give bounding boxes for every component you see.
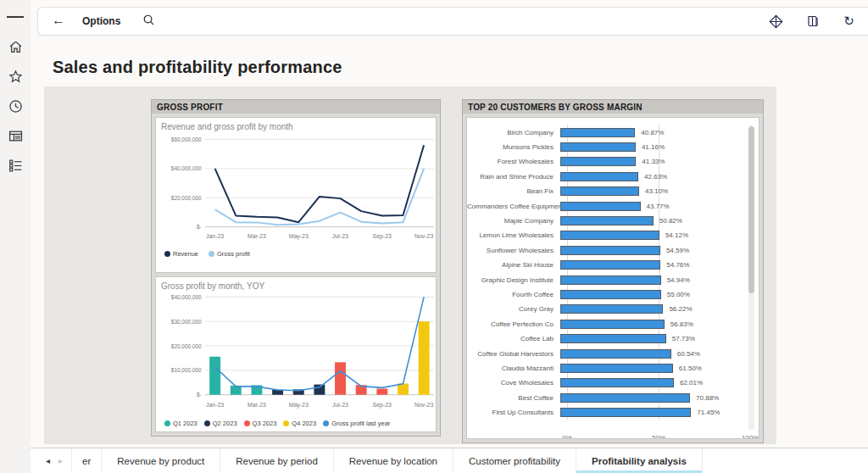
bar[interactable] <box>560 157 636 166</box>
value-label: 54.12% <box>659 231 688 239</box>
bar-row: Rain and Shine Produce42.63% <box>467 170 759 183</box>
bar[interactable] <box>560 349 671 359</box>
tab-profitability-analysis[interactable]: Profitability analysis <box>576 448 703 473</box>
revenue-gross-profit-chart-card: Revenue and gross profit by month $60,00… <box>155 117 437 273</box>
report-icon[interactable] <box>7 127 24 144</box>
panel-gross-profit: GROSS PROFIT Revenue and gross profit by… <box>151 99 441 437</box>
bar-track: 71.45% <box>560 406 743 420</box>
category-label: Coffee Perfection Co <box>467 320 560 328</box>
home-icon[interactable] <box>7 38 24 55</box>
bar-row: Claudia Mazzanti61.50% <box>467 362 759 376</box>
bar-row: Fourth Coffee55.00% <box>467 287 759 301</box>
bar[interactable] <box>560 304 663 314</box>
bar[interactable] <box>560 186 639 196</box>
legend-label: Gross profit last year <box>331 420 390 427</box>
category-label: Cove Wholesales <box>467 379 560 387</box>
value-label: 56.22% <box>663 305 692 313</box>
legend-label: Q2 2023 <box>213 420 237 427</box>
bar-rows: Birch Company40.87%Munsons Pickles41.16%… <box>467 125 759 420</box>
menu-icon[interactable] <box>7 8 24 25</box>
bar[interactable] <box>560 142 636 152</box>
chart-legend: Q1 2023Q2 2023Q3 2023Q4 2023Gross profit… <box>164 420 431 427</box>
legend-item[interactable]: Q2 2023 <box>204 420 237 427</box>
tab-nav: ◂ ▸ <box>31 448 71 473</box>
bar[interactable] <box>560 246 660 255</box>
bar-track: 42.63% <box>560 170 743 183</box>
legend-dot <box>164 420 170 426</box>
grid-diamond-icon[interactable] <box>769 14 783 29</box>
bar[interactable] <box>560 408 691 417</box>
legend-item[interactable]: Revenue <box>164 250 198 258</box>
legend-label: Q4 2023 <box>292 420 316 427</box>
legend-label: Q3 2023 <box>253 420 277 427</box>
bar[interactable] <box>560 290 661 299</box>
bar[interactable] <box>560 231 659 240</box>
tab-revenue-by-product[interactable]: Revenue by product <box>102 448 220 473</box>
bar[interactable] <box>560 128 635 137</box>
bar[interactable] <box>560 393 690 403</box>
report-canvas: GROSS PROFIT Revenue and gross profit by… <box>44 86 776 444</box>
scrollbar[interactable] <box>748 126 754 430</box>
bar-row: Sunflower Wholesales54.59% <box>467 243 759 257</box>
legend-label: Revenue <box>173 250 198 258</box>
history-icon[interactable] <box>7 97 24 114</box>
prev-tab-icon[interactable]: ◂ <box>46 456 50 465</box>
bar-track: 70.88% <box>560 391 743 404</box>
value-label: 42.63% <box>638 173 667 181</box>
tab-customer-profitability[interactable]: Customer profitability <box>453 448 576 473</box>
legend-item[interactable]: Q3 2023 <box>244 420 277 427</box>
bar-track: 41.16% <box>560 140 743 153</box>
bar[interactable] <box>560 202 641 211</box>
svg-text:Jul-23: Jul-23 <box>332 402 348 408</box>
tab-revenue-by-period[interactable]: Revenue by period <box>220 448 334 473</box>
top20-bar-chart[interactable]: Birch Company40.87%Munsons Pickles41.16%… <box>466 117 760 439</box>
category-label: First Up Consultants <box>467 409 560 416</box>
svg-text:$-: $- <box>197 392 202 398</box>
back-arrow-icon[interactable]: ← <box>38 13 69 30</box>
legend-item[interactable]: Q4 2023 <box>283 420 316 427</box>
scrollbar-thumb[interactable] <box>748 126 754 293</box>
revenue-line-chart[interactable]: $60,000,000$40,000,000$20,000,000$-Jan-2… <box>161 132 437 246</box>
bar[interactable] <box>560 364 673 373</box>
options-button[interactable]: Options <box>82 15 120 27</box>
bar-row: Forest Wholesales41.33% <box>467 155 759 169</box>
svg-text:$60,000,000: $60,000,000 <box>171 136 202 142</box>
value-label: 43.77% <box>641 203 670 210</box>
panel-body: Birch Company40.87%Munsons Pickles41.16%… <box>462 114 764 443</box>
legend-item[interactable]: Gross profit last year <box>323 420 390 427</box>
book-icon[interactable] <box>805 14 820 29</box>
bar[interactable] <box>560 334 666 343</box>
next-tab-icon[interactable]: ▸ <box>58 456 63 465</box>
bar-track: 50.82% <box>560 214 743 227</box>
gross-profit-yoy-combo-chart[interactable]: $40,000,000$30,000,000$20,000,000$10,000… <box>161 292 437 415</box>
legend-item[interactable]: Gross profit <box>209 250 250 258</box>
left-sidebar <box>0 0 31 473</box>
tab-truncated[interactable]: er <box>71 448 102 473</box>
bar[interactable] <box>560 216 654 225</box>
value-label: 50.82% <box>654 217 682 225</box>
svg-text:$-: $- <box>197 224 202 230</box>
svg-text:Jan-23: Jan-23 <box>206 402 224 408</box>
bar-track: 56.83% <box>560 317 743 331</box>
bar[interactable] <box>560 378 674 387</box>
value-label: 55.00% <box>661 291 690 298</box>
value-label: 40.87% <box>635 129 664 136</box>
tasks-icon[interactable] <box>7 157 24 174</box>
refresh-icon[interactable]: ↻ <box>842 14 856 29</box>
value-label: 54.76% <box>660 261 689 269</box>
bar[interactable] <box>560 275 661 285</box>
legend-label: Q1 2023 <box>173 420 198 427</box>
bar-row: Coffee Perfection Co56.83% <box>467 317 759 331</box>
bar[interactable] <box>560 260 660 270</box>
bar[interactable] <box>560 320 665 329</box>
legend-dot <box>244 420 250 426</box>
search-icon[interactable] <box>142 14 155 30</box>
bar-track: 43.77% <box>560 199 743 213</box>
bar-row: First Up Consultants71.45% <box>467 406 759 420</box>
app-window: Sales and profitability performance GROS… <box>0 0 868 473</box>
bar[interactable] <box>560 172 638 181</box>
legend-dot <box>283 420 289 426</box>
legend-item[interactable]: Q1 2023 <box>164 420 198 427</box>
star-icon[interactable] <box>7 68 24 85</box>
tab-revenue-by-location[interactable]: Revenue by location <box>334 448 453 473</box>
